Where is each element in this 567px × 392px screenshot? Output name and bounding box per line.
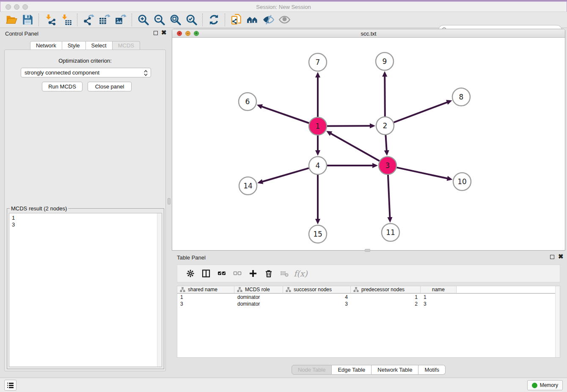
- edge-1-2[interactable]: [327, 126, 371, 126]
- column-header-predecessor-nodes[interactable]: predecessor nodes: [351, 286, 421, 293]
- tab-style[interactable]: Style: [62, 41, 86, 50]
- gear-icon[interactable]: [182, 266, 198, 281]
- mcds-result-line: 3: [12, 221, 159, 228]
- columns-icon[interactable]: [198, 266, 214, 281]
- export-table-icon[interactable]: [96, 13, 113, 27]
- node-label-14: 14: [243, 182, 253, 190]
- control-panel: Control Panel ✖ NetworkStyleSelectMCDS O…: [2, 29, 168, 375]
- float-panel-icon[interactable]: [154, 31, 158, 36]
- arrowhead-1-7: [315, 72, 320, 77]
- mcds-result-scrollbar[interactable]: [157, 213, 162, 367]
- tab-network-table[interactable]: Network Table: [372, 365, 418, 375]
- arrowhead-1-6: [257, 104, 263, 109]
- run-mcds-button[interactable]: Run MCDS: [42, 82, 83, 91]
- close-panel-icon[interactable]: ✖: [161, 30, 167, 35]
- edge-2-9[interactable]: [385, 76, 385, 116]
- network-title: scc.txt: [172, 30, 565, 37]
- node-label-15: 15: [313, 230, 322, 238]
- node-label-2: 2: [383, 121, 388, 130]
- tab-node-table[interactable]: Node Table: [292, 365, 332, 375]
- tab-select[interactable]: Select: [86, 41, 113, 50]
- hide-selected-icon[interactable]: [260, 13, 276, 27]
- arrowhead-2-8: [446, 100, 452, 105]
- arrowhead-4-15: [315, 219, 320, 224]
- cell-shared-name[interactable]: 3: [177, 301, 234, 307]
- import-table-icon[interactable]: [58, 13, 74, 27]
- cell-successor-nodes[interactable]: 3: [283, 301, 351, 307]
- cell-predecessor-nodes[interactable]: 1: [351, 294, 421, 301]
- edge-1-6[interactable]: [261, 106, 309, 123]
- column-header-mcds-role[interactable]: MCDS role: [234, 286, 283, 293]
- delete-row-icon[interactable]: [261, 266, 276, 281]
- edge-3-1[interactable]: [330, 133, 380, 161]
- toolbar-separator: [39, 14, 39, 26]
- cell-shared-name[interactable]: 1: [177, 294, 234, 301]
- cell-mcds-role[interactable]: dominator: [234, 294, 283, 301]
- tab-edge-table[interactable]: Edge Table: [332, 365, 372, 375]
- table-scrollbar[interactable]: [555, 286, 560, 357]
- column-label: MCDS role: [245, 287, 270, 293]
- import-network-icon[interactable]: [42, 13, 58, 27]
- mcds-result-lines: 13: [9, 213, 162, 229]
- toolbar-separator: [202, 14, 203, 26]
- float-table-panel-icon[interactable]: [550, 255, 554, 260]
- select-all-icon[interactable]: [214, 266, 229, 281]
- tab-mcds[interactable]: MCDS: [113, 41, 140, 50]
- edge-2-3[interactable]: [385, 135, 386, 151]
- deselect-all-icon[interactable]: [229, 266, 245, 281]
- close-table-panel-icon[interactable]: ✖: [558, 254, 564, 259]
- export-image-icon[interactable]: [113, 13, 129, 27]
- table-row[interactable]: 3dominator323: [177, 301, 560, 307]
- node-table[interactable]: shared nameMCDS rolesuccessor nodesprede…: [177, 286, 560, 358]
- tab-network[interactable]: Network: [30, 41, 62, 50]
- column-label: shared name: [188, 287, 217, 293]
- tab-motifs[interactable]: Motifs: [418, 365, 446, 375]
- edge-3-11[interactable]: [388, 175, 390, 218]
- zoom-out-icon[interactable]: [151, 13, 167, 27]
- task-list-button[interactable]: [4, 380, 17, 391]
- cell-name[interactable]: 3: [421, 301, 457, 307]
- toolbar-separator: [132, 14, 132, 26]
- column-label: name: [432, 287, 445, 293]
- cell-successor-nodes[interactable]: 4: [283, 294, 351, 301]
- first-neighbors-icon[interactable]: [244, 13, 260, 27]
- status-bar: Memory: [0, 378, 567, 392]
- cell-predecessor-nodes[interactable]: 2: [351, 301, 421, 307]
- zoom-in-icon[interactable]: [135, 13, 151, 27]
- column-header-successor-nodes[interactable]: successor nodes: [283, 286, 351, 293]
- vertical-splitter-handle[interactable]: [168, 198, 171, 204]
- close-panel-button[interactable]: Close panel: [88, 82, 132, 91]
- edge-4-14[interactable]: [262, 168, 309, 182]
- save-session-icon[interactable]: [19, 13, 36, 27]
- add-row-icon[interactable]: [245, 266, 261, 281]
- optimization-select[interactable]: strongly connected component: [21, 68, 151, 77]
- table-toolbar: f(x): [177, 265, 560, 282]
- column-tree-icon: [286, 287, 291, 292]
- export-network-icon[interactable]: [80, 13, 96, 27]
- column-header-name[interactable]: name: [421, 286, 457, 293]
- optimization-label: Optimization criterion:: [5, 58, 165, 64]
- table-row[interactable]: 1dominator411: [177, 294, 560, 301]
- column-header-shared-name[interactable]: shared name: [177, 286, 234, 293]
- cell-name[interactable]: 1: [421, 294, 457, 301]
- function-builder-icon: f(x): [292, 266, 308, 281]
- network-canvas[interactable]: 7968124314101511: [172, 38, 565, 251]
- mcds-result-textarea[interactable]: 13: [9, 213, 162, 367]
- open-session-icon[interactable]: [3, 13, 19, 27]
- cell-mcds-role[interactable]: dominator: [234, 301, 283, 307]
- arrowhead-3-10: [447, 176, 453, 181]
- optimization-value: strongly connected component: [25, 69, 99, 76]
- column-tree-icon: [237, 287, 242, 292]
- network-graph[interactable]: 7968124314101511: [172, 38, 565, 251]
- mcds-result-line: 1: [12, 215, 159, 221]
- node-label-6: 6: [245, 97, 250, 106]
- memory-button[interactable]: Memory: [527, 380, 563, 390]
- zoom-selected-icon[interactable]: [183, 13, 199, 27]
- edge-3-10[interactable]: [397, 168, 448, 179]
- zoom-fit-icon[interactable]: [167, 13, 183, 27]
- network-titlebar[interactable]: × − + scc.txt: [172, 29, 565, 38]
- horizontal-splitter-handle[interactable]: [365, 249, 370, 252]
- edge-2-8[interactable]: [394, 102, 448, 122]
- apply-layout-icon[interactable]: [206, 13, 222, 27]
- duplicate-network-icon[interactable]: [228, 13, 244, 27]
